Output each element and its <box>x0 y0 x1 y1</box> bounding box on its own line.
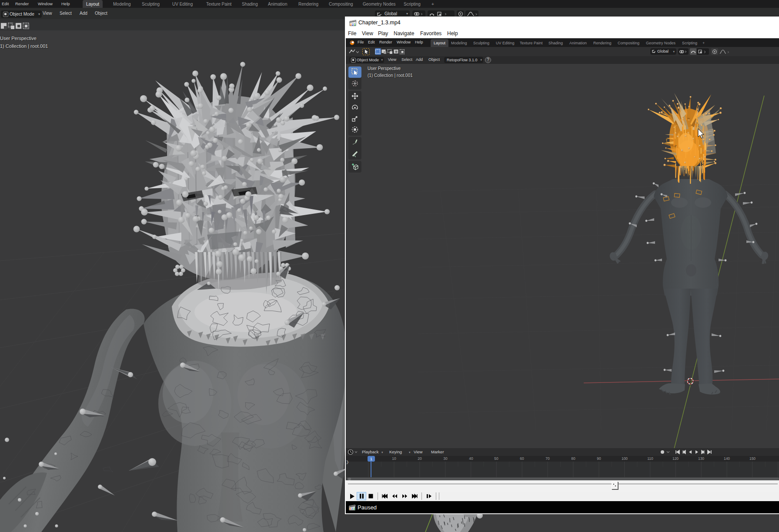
svg-text:1: 1 <box>354 23 356 27</box>
svg-text:2: 2 <box>352 23 354 27</box>
svg-text:3: 3 <box>350 23 351 27</box>
svg-text:1: 1 <box>353 507 355 510</box>
svg-text:2: 2 <box>351 507 353 510</box>
svg-text:3: 3 <box>349 507 351 510</box>
